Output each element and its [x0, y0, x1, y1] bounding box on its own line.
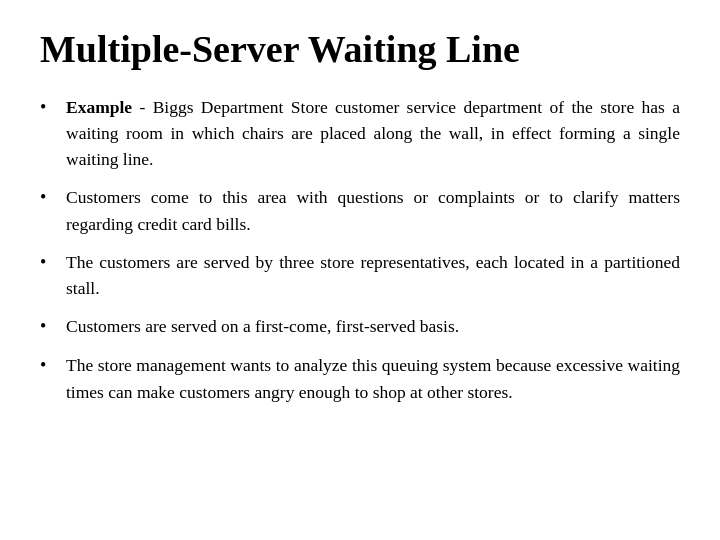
slide-container: Multiple-Server Waiting Line •Example - …	[0, 0, 720, 540]
list-item: •The customers are served by three store…	[40, 249, 680, 302]
bullet-highlight: Example	[66, 97, 132, 117]
list-item: •Example - Biggs Department Store custom…	[40, 94, 680, 173]
list-item: •Customers are served on a first-come, f…	[40, 313, 680, 340]
bullet-symbol: •	[40, 184, 62, 211]
bullet-symbol: •	[40, 352, 62, 379]
list-item: •The store management wants to analyze t…	[40, 352, 680, 405]
bullet-list: •Example - Biggs Department Store custom…	[40, 94, 680, 512]
bullet-symbol: •	[40, 313, 62, 340]
bullet-text: Customers come to this area with questio…	[66, 184, 680, 237]
bullet-text: The store management wants to analyze th…	[66, 352, 680, 405]
list-item: •Customers come to this area with questi…	[40, 184, 680, 237]
bullet-symbol: •	[40, 249, 62, 276]
bullet-text: Customers are served on a first-come, fi…	[66, 313, 680, 339]
bullet-text: Example - Biggs Department Store custome…	[66, 94, 680, 173]
bullet-text: The customers are served by three store …	[66, 249, 680, 302]
bullet-symbol: •	[40, 94, 62, 121]
slide-title: Multiple-Server Waiting Line	[40, 28, 680, 72]
